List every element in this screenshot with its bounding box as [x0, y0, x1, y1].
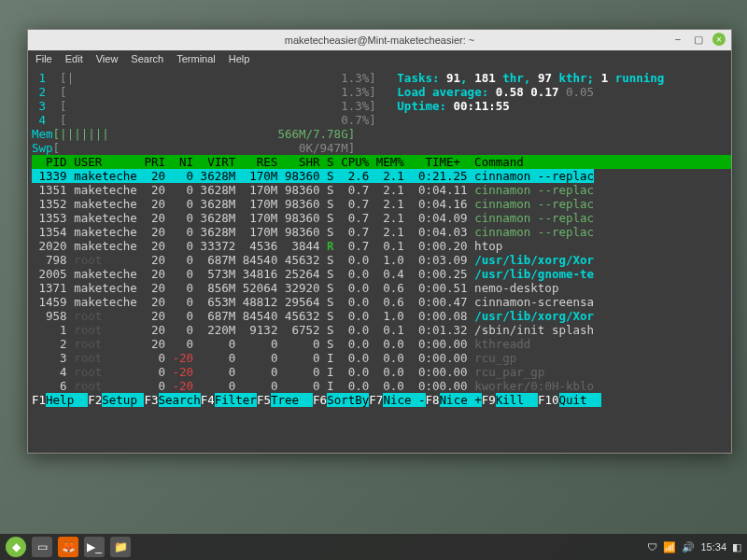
close-button[interactable]: ×: [712, 33, 726, 46]
show-desktop-icon[interactable]: ▭: [32, 537, 52, 557]
system-tray: 🛡 📶 🔊 15:34 ◧: [647, 541, 741, 553]
firefox-icon[interactable]: 🦊: [58, 537, 78, 557]
menu-search[interactable]: Search: [131, 53, 163, 66]
network-icon[interactable]: 📶: [663, 541, 676, 553]
files-icon[interactable]: 📁: [110, 537, 131, 557]
menu-terminal[interactable]: Terminal: [176, 53, 216, 66]
clock[interactable]: 15:34: [700, 541, 726, 553]
shield-icon[interactable]: 🛡: [647, 541, 657, 553]
volume-icon[interactable]: 🔊: [682, 541, 695, 553]
terminal-window: maketecheasier@Mint-maketecheasier: ~ − …: [27, 29, 732, 454]
window-title: maketecheasier@Mint-maketecheasier: ~: [285, 35, 474, 46]
mint-menu-icon[interactable]: ◆: [6, 537, 26, 557]
menu-help[interactable]: Help: [229, 53, 250, 66]
maximize-button[interactable]: ▢: [692, 33, 705, 46]
terminal-content[interactable]: 1 [| 1.3%] Tasks: 91, 181 thr, 97 kthr; …: [28, 69, 731, 453]
titlebar[interactable]: maketecheasier@Mint-maketecheasier: ~ − …: [28, 30, 731, 50]
window-controls: − ▢ ×: [671, 33, 726, 46]
menu-edit[interactable]: Edit: [65, 53, 83, 66]
menubar: File Edit View Search Terminal Help: [28, 50, 731, 69]
tray-icon[interactable]: ◧: [732, 541, 741, 553]
terminal-taskbar-icon[interactable]: ▶_: [84, 537, 105, 557]
taskbar: ◆ ▭ 🦊 ▶_ 📁 🛡 📶 🔊 15:34 ◧: [0, 534, 747, 560]
minimize-button[interactable]: −: [671, 33, 684, 46]
menu-file[interactable]: File: [35, 53, 52, 66]
menu-view[interactable]: View: [96, 53, 119, 66]
